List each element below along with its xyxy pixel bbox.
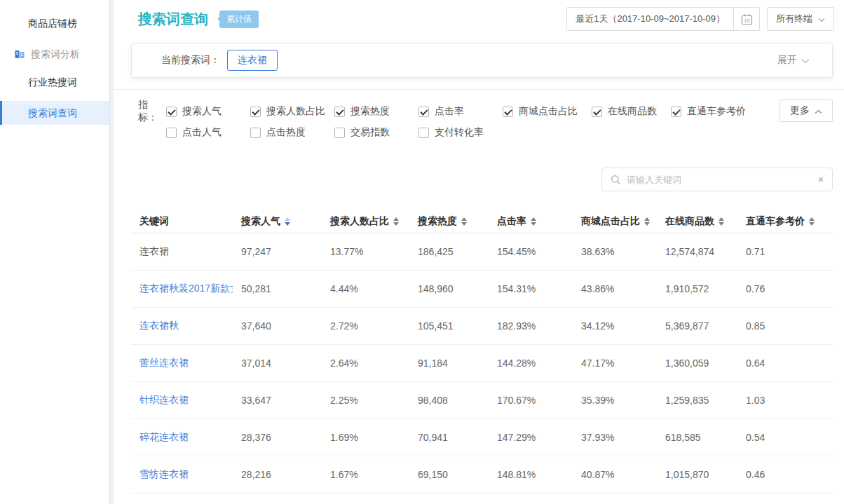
sort-desc-arrow	[393, 222, 399, 226]
value-cell: 144.28%	[489, 357, 573, 369]
keyword-link[interactable]: 连衣裙秋	[139, 320, 179, 331]
indicator-checkbox-item[interactable]: 点击热度	[250, 126, 334, 139]
checkbox-label: 交易指数	[350, 126, 390, 139]
value-cell: 148,960	[409, 283, 489, 294]
sort-icon[interactable]	[393, 217, 399, 226]
title-row: 搜索词查询 累计值 最近1天（2017-10-09~2017-10-09） 15	[114, 0, 844, 29]
keyword-link[interactable]: 雪纺连衣裙	[139, 468, 189, 479]
checkbox-unchecked-icon[interactable]	[418, 128, 429, 138]
keyword-link[interactable]: 碎花连衣裙	[139, 431, 189, 442]
sidebar-item-search-word-query[interactable]: 搜索词查询	[0, 101, 109, 125]
checkbox-unchecked-icon[interactable]	[166, 128, 177, 138]
checkbox-label: 点击人气	[182, 126, 222, 139]
indicator-checkbox-item[interactable]: 点击人气	[166, 126, 250, 139]
indicator-checkbox-item[interactable]: 在线商品数	[592, 105, 671, 118]
column-header[interactable]: 商城点击占比	[573, 215, 657, 228]
sort-icon[interactable]	[809, 217, 815, 226]
checkbox-checked-icon[interactable]	[166, 107, 177, 117]
checkbox-checked-icon[interactable]	[250, 107, 261, 117]
indicator-checkbox-item[interactable]: 直通车参考价	[671, 105, 746, 118]
value-cell: 1.03	[737, 395, 832, 406]
value-cell: 98,408	[409, 395, 489, 406]
table-row: 针织连衣裙33,6472.25%98,408170.67%35.39%1,259…	[131, 382, 833, 419]
keyword-link[interactable]: 连衣裙秋装2017新款女	[139, 282, 233, 294]
value-cell: 13.77%	[322, 246, 409, 257]
sort-asc-arrow	[461, 217, 467, 221]
checkbox-label: 点击率	[435, 105, 464, 118]
date-range-text[interactable]: 最近1天（2017-10-09~2017-10-09）	[567, 13, 733, 25]
checkbox-checked-icon[interactable]	[671, 107, 681, 117]
value-cell: 5,369,877	[657, 320, 737, 332]
app-window: 商品店铺榜 搜索词分析 行业热搜词 搜索词查询 搜索词查询 累计值	[0, 0, 844, 504]
value-cell: 40.87%	[573, 469, 657, 480]
keyword-search-box[interactable]: ×	[601, 168, 833, 191]
checkbox-label: 搜索热度	[350, 105, 390, 118]
checkbox-checked-icon[interactable]	[592, 107, 602, 117]
sort-asc-arrow	[393, 217, 399, 221]
indicator-checkbox-group-2: 点击人气点击热度交易指数支付转化率	[166, 126, 503, 139]
keyword-link[interactable]: 针织连衣裙	[139, 394, 189, 405]
keyword-search-row: ×	[114, 146, 844, 191]
value-cell: 69,150	[409, 469, 489, 480]
more-label: 更多	[790, 104, 810, 117]
column-header[interactable]: 直通车参考价	[737, 215, 832, 228]
sidebar-item-product-shop-rank[interactable]: 商品店铺榜	[0, 11, 109, 35]
checkbox-label: 搜索人气	[182, 105, 222, 118]
expand-label: 展开	[777, 54, 797, 67]
search-icon	[611, 175, 621, 185]
indicator-checkbox-item[interactable]: 搜索人数占比	[250, 105, 334, 118]
page-title: 搜索词查询	[138, 10, 208, 29]
indicator-checkbox-item[interactable]: 搜索热度	[334, 105, 418, 118]
column-label: 点击率	[497, 215, 526, 228]
sort-icon[interactable]	[285, 217, 290, 226]
calendar-icon[interactable]: 15	[734, 13, 759, 26]
value-cell: 4.44%	[322, 283, 409, 294]
checkbox-unchecked-icon[interactable]	[334, 128, 345, 138]
keyword-cell: 碎花连衣裙	[131, 431, 233, 444]
keyword-search-input[interactable]	[627, 175, 810, 185]
terminal-selector[interactable]: 所有终端	[767, 7, 834, 31]
column-header[interactable]: 点击率	[489, 215, 573, 228]
clear-icon[interactable]: ×	[818, 175, 824, 184]
checkbox-checked-icon[interactable]	[418, 107, 429, 117]
checkbox-checked-icon[interactable]	[503, 107, 513, 117]
sort-desc-arrow	[809, 222, 815, 226]
keyword-cell: 蕾丝连衣裙	[131, 357, 233, 369]
keyword-cell: 连衣裙秋装2017新款女	[131, 282, 233, 295]
indicator-checkbox-item[interactable]: 搜索人气	[166, 105, 250, 118]
checkbox-label: 商城点击占比	[519, 105, 578, 118]
value-cell: 37.93%	[573, 432, 657, 443]
value-cell: 105,451	[409, 320, 489, 332]
indicator-checkbox-item[interactable]: 点击率	[418, 105, 503, 118]
checkbox-unchecked-icon[interactable]	[250, 128, 261, 138]
indicator-checkbox-item[interactable]: 商城点击占比	[503, 105, 592, 118]
indicator-checkbox-item[interactable]: 支付转化率	[418, 126, 503, 139]
sidebar-item-industry-hot-words[interactable]: 行业热搜词	[0, 70, 109, 94]
sort-icon[interactable]	[644, 217, 650, 226]
value-cell: 0.76	[737, 283, 832, 294]
sidebar-group-search-word-analysis[interactable]: 搜索词分析	[0, 42, 109, 66]
search-term-chip[interactable]: 连衣裙	[227, 50, 278, 71]
checkbox-checked-icon[interactable]	[334, 107, 345, 117]
checkbox-label: 搜索人数占比	[266, 105, 325, 118]
expand-button[interactable]: 展开	[777, 54, 810, 67]
table-row: 雪纺连衣裙28,2161.67%69,150148.81%40.87%1,015…	[131, 456, 833, 493]
sort-asc-arrow	[285, 217, 290, 221]
sort-asc-arrow	[644, 217, 650, 221]
value-cell: 12,574,874	[657, 246, 737, 257]
column-header: 关键词	[131, 215, 233, 228]
keyword-link[interactable]: 蕾丝连衣裙	[139, 357, 189, 368]
sort-icon[interactable]	[719, 217, 724, 226]
sort-desc-arrow	[461, 222, 467, 226]
column-header[interactable]: 搜索热度	[409, 215, 489, 228]
sidebar-group-label: 搜索词分析	[31, 42, 80, 66]
column-header[interactable]: 搜索人数占比	[322, 215, 409, 228]
sort-icon[interactable]	[531, 217, 536, 226]
indicator-checkbox-item[interactable]: 交易指数	[334, 126, 418, 139]
more-button[interactable]: 更多	[780, 100, 833, 122]
value-cell: 2.72%	[322, 320, 409, 332]
date-range-picker[interactable]: 最近1天（2017-10-09~2017-10-09） 15	[566, 7, 760, 31]
column-header[interactable]: 搜索人气	[233, 215, 322, 228]
column-header[interactable]: 在线商品数	[657, 215, 737, 228]
sort-icon[interactable]	[461, 217, 467, 226]
